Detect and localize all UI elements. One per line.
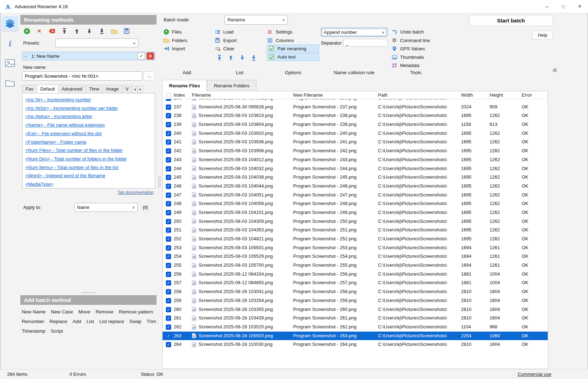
- row-checkbox[interactable]: ✓: [166, 131, 171, 136]
- auto-test-toggle[interactable]: Auto test: [267, 53, 319, 61]
- gps-values-button[interactable]: GPS Values: [391, 45, 430, 53]
- tag-documentation-link[interactable]: Tag documentation: [118, 190, 154, 195]
- column-header-path[interactable]: Path: [377, 91, 460, 99]
- tag-link[interactable]: <MediaType>: [25, 180, 152, 189]
- row-checkbox[interactable]: ✓: [166, 219, 171, 224]
- rail-folder-button[interactable]: [2, 76, 18, 91]
- batch-method-button[interactable]: Script: [51, 328, 63, 334]
- minimize-button[interactable]: ─: [539, 0, 555, 13]
- table-row[interactable]: ✓243Screenshot 2025-08-03 104012.pngProg…: [163, 155, 548, 164]
- tab-rename-folders[interactable]: Rename Folders: [207, 80, 256, 91]
- table-row[interactable]: ✓254Screenshot 2025-08-03 105529.pngProg…: [163, 252, 548, 261]
- collapse-toolbar-button[interactable]: [551, 67, 558, 73]
- apply-to-dropdown[interactable]: Name ∨: [74, 203, 138, 212]
- collapse-marker[interactable]: -: [25, 53, 31, 59]
- table-row[interactable]: ✓248Screenshot 2025-08-03 104056.pngProg…: [163, 199, 548, 208]
- table-row[interactable]: ✓262Screenshot 2025-08-28 103520.pngProg…: [163, 323, 548, 332]
- if-condition-button[interactable]: {if}: [143, 205, 148, 210]
- batch-method-button[interactable]: Move: [78, 309, 90, 314]
- save-preset-button[interactable]: [123, 28, 130, 34]
- row-checkbox[interactable]: ✓: [166, 139, 171, 145]
- tag-link[interactable]: <Inc Nr> - Incrementing number: [25, 96, 152, 104]
- row-checkbox[interactable]: ✓: [166, 298, 171, 303]
- metadata-button[interactable]: Metadata: [391, 61, 430, 70]
- panel-splitter[interactable]: [158, 176, 160, 187]
- table-row[interactable]: ✓245Screenshot 2025-08-03 104039.pngProg…: [163, 173, 548, 182]
- tab-default[interactable]: Default: [37, 84, 58, 93]
- move-method-bottom-button[interactable]: [98, 28, 105, 34]
- batch-method-button[interactable]: Swap: [129, 319, 142, 324]
- table-row[interactable]: ✓263Screenshot 2025-08-28 105920.pngProg…: [163, 332, 548, 340]
- method-delete-button[interactable]: ×: [147, 52, 154, 60]
- files-button[interactable]: + Files: [163, 28, 187, 36]
- table-row[interactable]: ✓264Screenshot 2025-08-28 110030.pngProg…: [163, 340, 548, 349]
- table-row[interactable]: ✓250Screenshot 2025-08-03 104309.pngProg…: [163, 217, 548, 226]
- table-row[interactable]: ✓252Screenshot 2025-08-03 104821.pngProg…: [163, 235, 548, 244]
- row-checkbox[interactable]: ✓: [166, 122, 171, 127]
- row-checkbox[interactable]: ✓: [166, 113, 171, 118]
- batch-method-button[interactable]: Renumber: [22, 319, 44, 324]
- table-row[interactable]: ✓238Screenshot 2025-08-03 103623.pngProg…: [163, 111, 548, 120]
- row-checkbox[interactable]: ✓: [166, 245, 171, 251]
- tab-scroll-left-button[interactable]: ◀: [132, 86, 138, 93]
- row-checkbox[interactable]: ✓: [166, 263, 171, 268]
- row-checkbox[interactable]: ✓: [166, 157, 171, 163]
- collision-rule-dropdown[interactable]: Append number ∨: [321, 28, 387, 37]
- table-row[interactable]: ✓255Screenshot 2025-08-03 105700.pngProg…: [163, 261, 548, 270]
- batch-method-button[interactable]: List: [87, 319, 94, 324]
- table-row[interactable]: ✓253Screenshot 2025-08-03 105501.pngProg…: [163, 244, 548, 252]
- clear-button[interactable]: Clear: [214, 45, 256, 53]
- table-row[interactable]: ✓241Screenshot 2025-08-03 103936.pngProg…: [163, 138, 548, 147]
- close-button[interactable]: ×: [572, 0, 588, 13]
- batch-method-button[interactable]: Remove pattern: [119, 309, 153, 314]
- folders-button[interactable]: Folders: [163, 36, 187, 45]
- move-up-button[interactable]: [229, 55, 233, 62]
- table-row[interactable]: ✓244Screenshot 2025-08-03 104032.pngProg…: [163, 164, 548, 173]
- batch-method-button[interactable]: Add: [73, 319, 81, 324]
- row-checkbox[interactable]: ✓: [166, 289, 171, 295]
- batch-mode-dropdown[interactable]: Rename ∨: [225, 15, 288, 25]
- row-checkbox[interactable]: ✓: [166, 201, 171, 206]
- move-down-button[interactable]: [240, 55, 245, 62]
- start-batch-button[interactable]: Start batch: [469, 15, 553, 26]
- tag-link[interactable]: <Word> - Indexed word of the filename: [25, 171, 152, 180]
- row-checkbox[interactable]: ✓: [166, 316, 171, 321]
- row-checkbox[interactable]: ✓: [166, 342, 171, 347]
- row-checkbox[interactable]: ✓: [166, 166, 171, 171]
- column-header-filename[interactable]: Filename: [190, 91, 292, 99]
- table-row[interactable]: ✓258Screenshot 2025-08-28 103041.pngProg…: [163, 287, 548, 296]
- row-checkbox[interactable]: ✓: [166, 236, 171, 242]
- commercial-use-link[interactable]: Commercial use: [518, 372, 551, 377]
- table-row[interactable]: ✓249Screenshot 2025-08-03 104101.pngProg…: [163, 208, 548, 217]
- row-checkbox[interactable]: ✓: [166, 193, 171, 198]
- row-checkbox[interactable]: ✓: [166, 254, 171, 259]
- tag-link[interactable]: <Name> - File name without extension: [25, 121, 152, 129]
- table-header[interactable]: Index Filename New Filename Path Width H…: [163, 91, 548, 99]
- tab-scroll-right-button[interactable]: ▶: [138, 86, 143, 93]
- row-checkbox[interactable]: ✓: [166, 104, 171, 110]
- table-row[interactable]: ✓256Screenshot 2025-08-12 084334.pngProg…: [163, 270, 548, 279]
- row-checkbox[interactable]: ✓: [166, 210, 171, 215]
- table-row[interactable]: ✓236Screenshot 2025-06-30 094602.pngProg…: [163, 99, 548, 103]
- thumbnails-button[interactable]: Thumbnails: [391, 53, 430, 62]
- help-button[interactable]: Help: [532, 31, 553, 40]
- row-checkbox[interactable]: ✓: [166, 324, 171, 330]
- batch-method-button[interactable]: New Name: [22, 309, 46, 314]
- row-checkbox[interactable]: ✓: [166, 333, 171, 339]
- tab-advanced[interactable]: Advanced: [58, 85, 86, 93]
- tab-video[interactable]: V: [122, 85, 132, 93]
- table-row[interactable]: ✓260Screenshot 2025-08-28 103355.pngProg…: [163, 305, 548, 314]
- tag-link[interactable]: <Num Items> - Total number of files in t…: [25, 163, 152, 172]
- tab-rename-files[interactable]: Rename Files: [162, 80, 207, 91]
- tag-link[interactable]: <FolderName> - Folder name: [25, 138, 152, 147]
- tag-link[interactable]: <Num Files> - Total number of files in t…: [25, 146, 152, 155]
- move-bottom-button[interactable]: [251, 55, 256, 62]
- table-row[interactable]: ✓261Screenshot 2025-08-28 103439.pngProg…: [163, 314, 548, 323]
- batch-method-button[interactable]: List replace: [99, 319, 124, 324]
- row-checkbox[interactable]: ✓: [166, 307, 171, 312]
- splitter-handle[interactable]: [82, 292, 95, 293]
- move-method-up-button[interactable]: [73, 28, 80, 34]
- tab-fav[interactable]: Fav: [22, 85, 37, 93]
- columns-button[interactable]: Columns: [267, 36, 319, 45]
- table-row[interactable]: ✓259Screenshot 2025-08-28 103254.pngProg…: [163, 296, 548, 305]
